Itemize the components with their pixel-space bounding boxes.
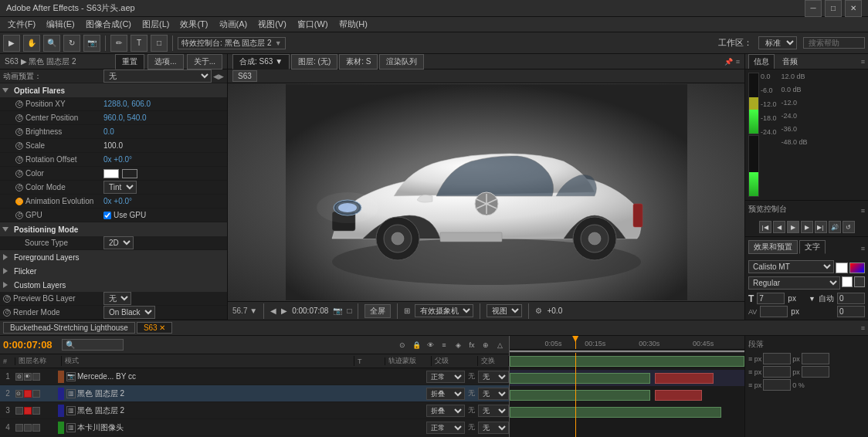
layer-solo-4[interactable] bbox=[15, 424, 23, 432]
info-tab[interactable]: 信息 bbox=[748, 54, 775, 69]
grid-btn[interactable]: ⊞ bbox=[404, 307, 410, 315]
timecode-display[interactable]: 0:00:07:08 bbox=[292, 307, 328, 315]
fx-text-menu[interactable]: ≡ bbox=[861, 245, 865, 252]
gpu-checkbox-label[interactable]: Use GPU bbox=[103, 211, 146, 219]
color-mode-select[interactable]: Tint bbox=[103, 181, 137, 194]
layer-parent-select-3[interactable]: 无 bbox=[478, 405, 509, 417]
viewer-pin[interactable]: 📌 bbox=[724, 58, 733, 66]
tracking-input[interactable] bbox=[760, 306, 788, 317]
center-position-value[interactable]: 960.0, 540.0 bbox=[103, 113, 224, 122]
custom-layers-section[interactable]: Custom Layers bbox=[0, 278, 227, 292]
positioning-mode-section[interactable]: Positioning Mode bbox=[0, 222, 227, 236]
camera-tool[interactable]: 📷 bbox=[83, 35, 100, 52]
comp-tab-buckethead[interactable]: Buckethead-Stretching Lighthouse bbox=[3, 322, 135, 334]
toggle-controls[interactable]: ⚙ bbox=[535, 307, 542, 315]
hand-tool[interactable]: ✋ bbox=[23, 35, 40, 52]
layer-mode-select-4[interactable]: 正常 bbox=[426, 422, 465, 434]
animation-evolution-value[interactable]: 0x +0.0° bbox=[103, 197, 224, 205]
color-mode-stopwatch[interactable]: ⏱ bbox=[15, 184, 23, 191]
font-size-input[interactable] bbox=[757, 293, 785, 304]
layer-mode-select-2[interactable]: 折叠 bbox=[426, 388, 465, 400]
composition-viewer-canvas[interactable] bbox=[228, 83, 744, 301]
center-position-stopwatch[interactable]: ⏱ bbox=[15, 114, 23, 122]
menu-help[interactable]: 帮助(H) bbox=[334, 17, 372, 32]
camera-select[interactable]: 有效摄象机 bbox=[415, 304, 473, 317]
para-input-3[interactable] bbox=[763, 366, 791, 378]
first-frame-btn[interactable]: |◀ bbox=[759, 221, 771, 233]
tl-solo-btn[interactable]: ⊙ bbox=[396, 339, 409, 351]
scale-value[interactable]: 100.0 bbox=[103, 141, 224, 150]
loop-btn[interactable]: ↺ bbox=[843, 221, 855, 233]
viewer-tab-render[interactable]: 渲染队列 bbox=[379, 54, 424, 69]
snap-button[interactable]: 📷 bbox=[333, 307, 342, 315]
menu-effect[interactable]: 效果(T) bbox=[175, 17, 212, 32]
play-btn[interactable]: ▶ bbox=[787, 221, 799, 233]
optical-flares-section[interactable]: Optical Flares bbox=[0, 83, 227, 97]
audio-tab[interactable]: 音频 bbox=[778, 55, 802, 69]
animation-preset-select[interactable]: 无 bbox=[103, 69, 212, 83]
menu-animation[interactable]: 动画(A) bbox=[215, 17, 253, 32]
fullscreen-btn[interactable]: 全屏 bbox=[364, 304, 391, 318]
preview-menu[interactable]: ≡ bbox=[861, 207, 865, 215]
brightness-stopwatch[interactable]: ⏱ bbox=[15, 128, 23, 136]
layer-row-3[interactable]: 3 ▥ 黑色 固态层 2 折叠 无 无 bbox=[0, 402, 509, 419]
animation-evolution-stopwatch[interactable]: ⏱ bbox=[15, 198, 23, 205]
viewer-tab-composition[interactable]: 合成: S63 ▼ bbox=[232, 54, 290, 69]
play-pause[interactable]: ▶ bbox=[281, 307, 287, 315]
brightness-value[interactable]: 0.0 bbox=[103, 127, 224, 136]
tl-quality-btn[interactable]: ◈ bbox=[452, 339, 464, 351]
tl-fx-btn[interactable]: fx bbox=[466, 339, 478, 351]
menu-layer[interactable]: 图层(L) bbox=[137, 17, 174, 32]
para-input-4[interactable] bbox=[802, 366, 829, 378]
position-xy-value[interactable]: 1288.0, 606.0 bbox=[103, 100, 224, 108]
tl-motion-btn[interactable]: ⊕ bbox=[480, 339, 492, 351]
controls-dropdown[interactable]: ▼ bbox=[275, 39, 282, 47]
preset-nav-left[interactable]: ◀ bbox=[213, 73, 219, 80]
tl-shy-btn[interactable]: 👁 bbox=[424, 339, 436, 351]
track-3[interactable] bbox=[510, 387, 744, 404]
zoom-tool[interactable]: 🔍 bbox=[43, 35, 60, 52]
layer-lock-3[interactable] bbox=[32, 407, 40, 415]
tl-adjust-btn[interactable]: △ bbox=[493, 339, 506, 351]
layer-parent-select-4[interactable]: 无 bbox=[478, 422, 509, 434]
close-button[interactable]: ✕ bbox=[845, 0, 862, 17]
frame-back[interactable]: ◀ bbox=[270, 307, 276, 315]
preview-bg-select[interactable]: 无 bbox=[103, 292, 131, 305]
view-select[interactable]: 视图 bbox=[487, 304, 522, 317]
color-box-dark[interactable] bbox=[854, 276, 865, 287]
shape-tool[interactable]: □ bbox=[151, 35, 168, 52]
timeline-timecode[interactable]: 0:00:07:08 bbox=[3, 339, 53, 351]
preset-nav-right[interactable]: ▶ bbox=[219, 73, 224, 80]
foreground-layers-section[interactable]: Foreground Layers bbox=[0, 250, 227, 264]
region-button[interactable]: □ bbox=[347, 307, 351, 315]
timeline-search[interactable] bbox=[62, 339, 124, 351]
gpu-checkbox[interactable] bbox=[103, 212, 111, 219]
kerning-input[interactable] bbox=[837, 306, 865, 317]
layer-row-1[interactable]: 1 ⊙ 👁 📷 Mercede... BY cc 正常 无 无 bbox=[0, 368, 509, 385]
audio-btn[interactable]: 🔊 bbox=[829, 221, 841, 233]
layer-mode-select-1[interactable]: 正常 bbox=[426, 371, 465, 383]
layer-lock-4[interactable] bbox=[32, 424, 40, 432]
color-stopwatch[interactable]: ⏱ bbox=[15, 170, 23, 178]
layer-row-4[interactable]: 4 ▥ 本卡川图像头 正常 无 无 bbox=[0, 419, 509, 436]
leading-input[interactable] bbox=[837, 293, 865, 304]
position-xy-stopwatch[interactable]: ⏱ bbox=[15, 100, 23, 108]
para-input-5[interactable] bbox=[763, 379, 791, 391]
render-mode-stopwatch[interactable]: ⏱ bbox=[3, 309, 11, 317]
track-2[interactable] bbox=[510, 370, 744, 387]
track-4[interactable] bbox=[510, 404, 744, 421]
font-name-select[interactable]: Calisto MT bbox=[748, 260, 834, 273]
prev-frame-btn[interactable]: ◀ bbox=[773, 221, 785, 233]
color-box-white[interactable] bbox=[842, 276, 853, 287]
help-search-input[interactable] bbox=[803, 37, 865, 49]
menu-file[interactable]: 文件(F) bbox=[3, 17, 40, 32]
about-tab[interactable]: 关于... bbox=[187, 54, 222, 69]
comp-tab-s63[interactable]: S63 ✕ bbox=[137, 322, 173, 334]
text-tool[interactable]: T bbox=[131, 35, 147, 52]
layer-row-2[interactable]: 2 ⊙ ▥ 黑色 固态层 2 折叠 无 无 bbox=[0, 385, 509, 402]
para-input-1[interactable] bbox=[763, 353, 791, 364]
layer-solo-2[interactable]: ⊙ bbox=[15, 390, 23, 398]
layer-video-2[interactable] bbox=[24, 390, 32, 398]
reset-tab[interactable]: 重置 bbox=[115, 54, 144, 69]
menu-composition[interactable]: 图像合成(C) bbox=[81, 17, 136, 32]
